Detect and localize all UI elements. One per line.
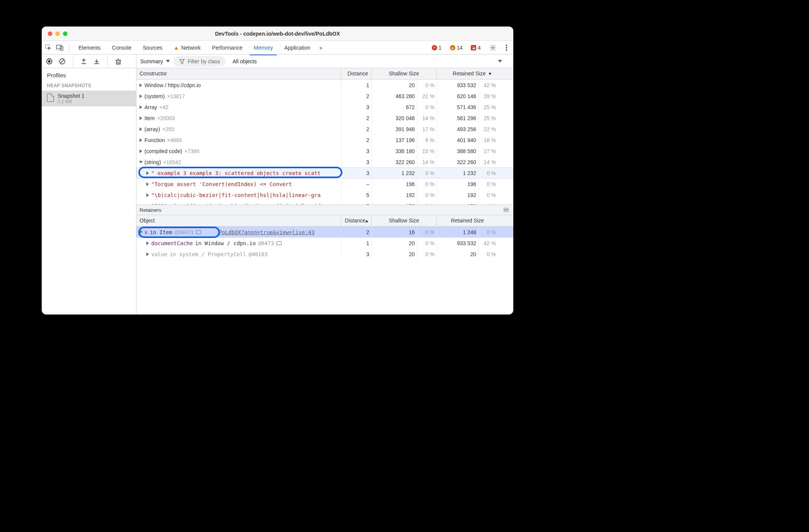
tab-elements[interactable]: Elements bbox=[75, 41, 104, 55]
perspective-select[interactable]: Summary bbox=[140, 58, 170, 64]
close-window-button[interactable] bbox=[48, 31, 52, 36]
tab-network[interactable]: ▲Network bbox=[170, 41, 204, 55]
profiles-sidebar: Profiles HEAP SNAPSHOTS Snapshot 1 2.2 M… bbox=[42, 55, 136, 315]
expand-icon[interactable] bbox=[140, 138, 142, 142]
table-row[interactable]: " example 3 example 3: scattered objects… bbox=[136, 167, 513, 178]
col-constructor[interactable]: Constructor bbox=[136, 68, 341, 79]
distance-cell: 3 bbox=[341, 156, 372, 167]
inspect-icon[interactable] bbox=[45, 44, 52, 52]
table-row[interactable]: (compiled code) ×73863336 18015 %388 580… bbox=[136, 146, 513, 156]
svg-point-5 bbox=[506, 47, 507, 49]
tab-memory[interactable]: Memory bbox=[250, 41, 277, 55]
table-row[interactable]: (array) ×2552391 94817 %493 25622 % bbox=[136, 124, 513, 135]
settings-icon[interactable] bbox=[489, 44, 497, 52]
class-filter[interactable]: Filter by class bbox=[174, 56, 226, 66]
record-icon[interactable] bbox=[45, 58, 53, 65]
retained-size-cell: 933 532 bbox=[437, 80, 478, 91]
retainer-row[interactable]: documentCache in Window / cdpn.io @6473 … bbox=[136, 238, 513, 249]
object-filter-select[interactable]: All objects bbox=[232, 58, 257, 64]
snapshot-item[interactable]: Snapshot 1 2.2 MB bbox=[42, 91, 136, 106]
svg-point-3 bbox=[492, 47, 494, 49]
table-rows: Window / https://cdpn.io1200 %933 53242 … bbox=[136, 80, 513, 205]
expand-icon[interactable] bbox=[139, 231, 143, 233]
expand-icon[interactable] bbox=[140, 105, 142, 109]
warning-icon: ▲ bbox=[450, 45, 455, 50]
clear-icon[interactable] bbox=[58, 58, 66, 65]
tab-performance[interactable]: Performance bbox=[208, 41, 246, 55]
window-controls bbox=[42, 31, 67, 36]
string-value: " example 3 example 3: scattered objects… bbox=[151, 170, 321, 176]
expand-icon[interactable] bbox=[140, 94, 142, 98]
distance-cell: 2 bbox=[341, 113, 372, 124]
retained-size-cell: 196 bbox=[437, 178, 478, 189]
col-object[interactable]: Object bbox=[136, 215, 341, 226]
expand-icon[interactable] bbox=[146, 241, 149, 245]
table-row[interactable]: (system) ×138172463 28021 %620 14828 % bbox=[136, 91, 513, 102]
expand-icon[interactable] bbox=[146, 252, 149, 256]
retainer-path: in system / PropertyCell bbox=[169, 251, 246, 257]
warning-count[interactable]: ▲14 bbox=[448, 45, 465, 51]
table-row[interactable]: "^(?!on|src|(?:action|archive|background… bbox=[136, 200, 513, 205]
window-title: DevTools - codepen.io/web-dot-dev/live/P… bbox=[42, 31, 513, 37]
retainer-row[interactable]: value in system / PropertyCell @40163320… bbox=[136, 249, 513, 260]
string-value: "\b(calc|cubic-bezier|fit-content|hsl|hs… bbox=[151, 192, 321, 198]
expand-icon[interactable] bbox=[146, 182, 149, 186]
expand-icon[interactable] bbox=[139, 161, 143, 163]
main-toolbar: Elements Console Sources ▲Network Perfor… bbox=[42, 41, 513, 55]
retained-pct-cell: 0 % bbox=[478, 189, 498, 200]
tab-sources[interactable]: Sources bbox=[139, 41, 166, 55]
profiles-label: Profiles bbox=[42, 68, 136, 81]
table-row[interactable]: Window / https://cdpn.io1200 %933 53242 … bbox=[136, 80, 513, 91]
table-row[interactable]: Array ×4236720 %571 43625 % bbox=[136, 102, 513, 113]
expand-icon[interactable] bbox=[140, 127, 142, 131]
expand-icon[interactable] bbox=[146, 204, 149, 205]
constructors-table: Constructor Distance Shallow Size Retain… bbox=[136, 68, 513, 205]
retainers-menu-icon[interactable] bbox=[503, 208, 509, 212]
shallow-size-cell: 137 196 bbox=[372, 135, 417, 146]
col-retained-ret[interactable]: Retained Size bbox=[437, 215, 498, 226]
col-distance-ret[interactable]: Distance▴ bbox=[341, 215, 372, 226]
devtools-window: DevTools - codepen.io/web-dot-dev/live/P… bbox=[42, 27, 513, 315]
gc-icon[interactable] bbox=[114, 58, 122, 65]
svg-point-6 bbox=[506, 49, 507, 51]
expand-icon[interactable] bbox=[140, 149, 142, 153]
zoom-window-button[interactable] bbox=[63, 31, 67, 36]
source-link[interactable]: PoLdbOX?anon=true&view=live:43 bbox=[219, 229, 315, 235]
retained-pct-cell: 14 % bbox=[478, 156, 498, 167]
col-shallow-ret[interactable]: Shallow Size bbox=[372, 215, 437, 226]
expand-icon[interactable] bbox=[140, 116, 142, 120]
table-row[interactable]: "Torque assert 'Convert(endIndex) <= Con… bbox=[136, 178, 513, 189]
retainer-path: in Item bbox=[150, 229, 172, 235]
object-id: @6473 bbox=[258, 240, 274, 246]
table-row[interactable]: Item ×200032320 04814 %561 29625 % bbox=[136, 113, 513, 124]
col-retained[interactable]: Retained Size ▾ bbox=[437, 68, 498, 79]
error-count[interactable]: ✕1 bbox=[430, 45, 444, 51]
table-row[interactable]: "\b(calc|cubic-bezier|fit-content|hsl|hs… bbox=[136, 189, 513, 200]
more-icon[interactable] bbox=[503, 44, 510, 52]
tab-application[interactable]: Application bbox=[281, 41, 314, 55]
table-row[interactable]: (string) ×165423322 26014 %322 26014 % bbox=[136, 156, 513, 167]
table-row[interactable]: Function ×46892137 1966 %401 94018 % bbox=[136, 135, 513, 146]
table-header: Constructor Distance Shallow Size Retain… bbox=[136, 68, 513, 80]
tab-console[interactable]: Console bbox=[108, 41, 135, 55]
issues-count[interactable]: ◪4 bbox=[469, 45, 483, 51]
retainer-row[interactable]: x in Item @38071 PoLdbOX?anon=true&view=… bbox=[136, 227, 513, 238]
shallow-size-cell: 391 948 bbox=[372, 124, 417, 135]
instance-count: ×42 bbox=[159, 104, 168, 110]
device-icon[interactable] bbox=[56, 44, 64, 52]
minimize-window-button[interactable] bbox=[55, 31, 60, 36]
tabs-overflow[interactable]: » bbox=[318, 41, 324, 55]
svg-line-10 bbox=[60, 59, 64, 63]
col-distance[interactable]: Distance bbox=[341, 68, 372, 79]
object-filter-caret[interactable] bbox=[498, 60, 502, 63]
expand-icon[interactable] bbox=[146, 171, 149, 175]
shallow-size-cell: 192 bbox=[372, 189, 417, 200]
load-icon[interactable] bbox=[80, 58, 88, 65]
expand-icon[interactable] bbox=[140, 83, 142, 87]
shallow-pct-cell: 21 % bbox=[417, 91, 437, 102]
instance-count: ×255 bbox=[162, 126, 174, 132]
expand-icon[interactable] bbox=[146, 193, 149, 197]
distance-cell: 3 bbox=[341, 146, 372, 156]
col-shallow[interactable]: Shallow Size bbox=[372, 68, 437, 79]
save-icon[interactable] bbox=[93, 58, 100, 65]
